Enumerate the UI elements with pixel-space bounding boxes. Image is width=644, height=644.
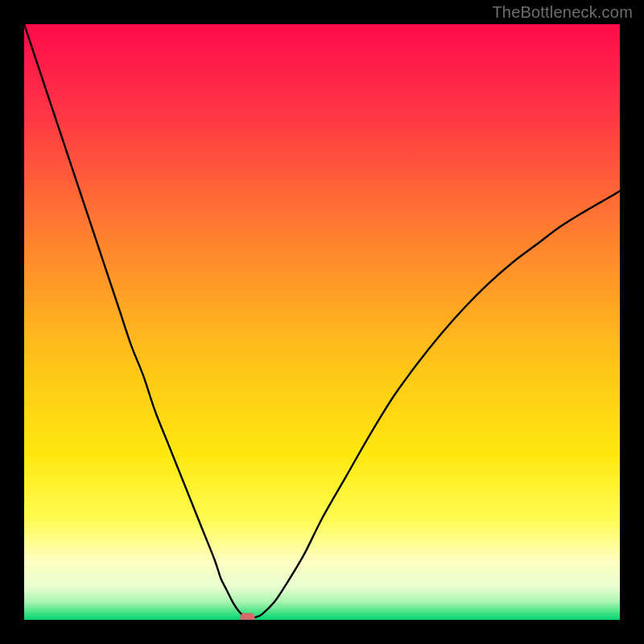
bottleneck-curve (24, 24, 620, 618)
watermark-text: TheBottleneck.com (492, 3, 633, 22)
curve-layer (24, 24, 620, 620)
optimal-point-marker (241, 613, 255, 620)
chart-frame: TheBottleneck.com (0, 0, 644, 644)
plot-area (24, 24, 620, 620)
